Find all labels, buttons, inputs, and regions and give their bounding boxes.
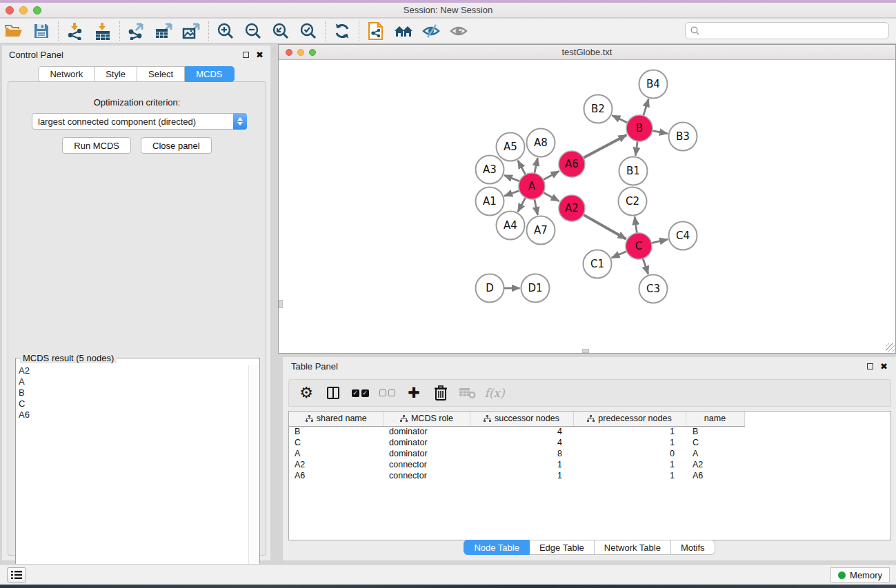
save-session-button[interactable] [28, 20, 55, 42]
control-panel-title: Control Panel [9, 50, 63, 60]
refresh-button[interactable] [328, 20, 356, 42]
zoom-fit-icon [272, 22, 290, 40]
table-row[interactable]: Adominator80A [289, 448, 744, 459]
graph-edge[interactable] [612, 116, 627, 123]
close-panel-button[interactable]: Close panel [141, 137, 212, 154]
run-mcds-button[interactable]: Run MCDS [62, 137, 131, 154]
graph-edge[interactable] [651, 239, 668, 243]
hide-selected-button[interactable] [417, 20, 445, 42]
network-graph[interactable]: B4B2BB3A8A5A6A3B1AA1C2A2A4A7C4CC1DC3D1 [279, 60, 895, 353]
graph-node-label: A3 [483, 163, 497, 176]
refresh-icon [333, 22, 351, 40]
add-column-button[interactable]: ✚ [404, 383, 424, 403]
graph-edge[interactable] [612, 252, 627, 258]
export-table-button[interactable] [150, 20, 178, 42]
tree-icon [400, 415, 408, 422]
table-row[interactable]: Cdominator41C [289, 437, 744, 448]
graph-edge[interactable] [544, 171, 559, 180]
select-all-button[interactable]: ✓✓ [350, 383, 370, 403]
open-session-button[interactable] [0, 20, 28, 42]
graph-edge[interactable] [518, 198, 526, 212]
column-header-shared-name[interactable]: shared name [289, 412, 384, 426]
graph-edge[interactable] [644, 99, 649, 115]
table-row[interactable]: Bdominator41B [289, 426, 744, 437]
search-input[interactable] [699, 23, 888, 38]
graph-edge[interactable] [544, 192, 559, 201]
deselect-all-button[interactable] [377, 383, 397, 403]
export-image-button[interactable] [178, 20, 206, 42]
graph-edge[interactable] [504, 190, 519, 196]
zoom-selected-button[interactable] [295, 20, 322, 42]
criterion-select[interactable]: largest connected component (directed) [32, 113, 247, 130]
tab-mcds[interactable]: MCDS [185, 66, 234, 82]
graph-edge[interactable] [535, 199, 538, 215]
graph-node-label: D [486, 282, 494, 294]
open-session-file-button[interactable] [362, 20, 390, 42]
result-item[interactable]: B [17, 387, 247, 398]
canvas-hscroll-thumb[interactable] [582, 349, 589, 353]
delete-table-button[interactable] [457, 383, 478, 403]
tab-motifs[interactable]: Motifs [671, 540, 715, 555]
status-bar: Memory [0, 564, 896, 585]
mcds-result-title: MCDS result (5 nodes) [20, 353, 117, 363]
column-header-successor-nodes[interactable]: successor nodes [470, 412, 573, 426]
tab-style[interactable]: Style [94, 66, 137, 82]
home-button[interactable] [390, 20, 417, 42]
graph-edge[interactable] [504, 175, 519, 181]
show-all-button[interactable] [445, 20, 472, 42]
network-canvas[interactable]: B4B2BB3A8A5A6A3B1AA1C2A2A4A7C4CC1DC3D1 [279, 60, 895, 353]
show-log-button[interactable] [7, 567, 26, 582]
result-item[interactable]: C [17, 398, 247, 409]
memory-button[interactable]: Memory [830, 567, 890, 582]
graph-edge[interactable] [653, 131, 668, 134]
zoom-in-button[interactable] [212, 20, 239, 42]
result-item[interactable]: A [17, 376, 247, 387]
result-scrollbar[interactable] [248, 365, 259, 588]
graph-edge[interactable] [635, 141, 637, 156]
table-row[interactable]: A6connector11A6 [289, 470, 744, 481]
tab-network-table[interactable]: Network Table [595, 540, 671, 555]
import-network-button[interactable] [61, 20, 89, 42]
result-item[interactable]: A6 [17, 409, 247, 420]
result-item[interactable]: A2 [17, 365, 247, 376]
delete-table-icon [459, 387, 476, 399]
column-header-mcds-role[interactable]: MCDS role [384, 412, 470, 426]
search-field[interactable] [685, 22, 889, 39]
table-row[interactable]: A2connector11A2 [289, 459, 744, 470]
table-settings-button[interactable]: ⚙ [296, 383, 317, 403]
window-resize-grip[interactable] [886, 343, 895, 352]
close-panel-icon[interactable]: ✖ [256, 52, 263, 58]
tree-icon [306, 415, 313, 422]
canvas-vscroll-thumb[interactable] [279, 300, 283, 308]
graph-edge[interactable] [635, 216, 637, 233]
graph-edge[interactable] [584, 214, 626, 239]
export-network-button[interactable] [123, 20, 150, 42]
tab-edge-table[interactable]: Edge Table [530, 540, 595, 555]
criterion-selected-value: largest connected component (directed) [32, 116, 233, 127]
tab-network[interactable]: Network [38, 66, 94, 82]
import-table-button[interactable] [89, 20, 117, 42]
table-panel-title: Table Panel [291, 361, 338, 372]
float-table-panel-icon[interactable] [867, 363, 873, 369]
trash-icon [434, 385, 448, 401]
split-panel-button[interactable] [323, 383, 344, 403]
toolbar-separator [58, 21, 59, 41]
graph-edge[interactable] [643, 258, 648, 274]
graph-node-label: A5 [504, 141, 517, 153]
tab-node-table[interactable]: Node Table [464, 540, 530, 555]
tab-select[interactable]: Select [137, 66, 185, 82]
close-table-panel-icon[interactable]: ✖ [880, 363, 888, 369]
column-header-predecessor-nodes[interactable]: predecessor nodes [573, 412, 686, 426]
zoom-out-button[interactable] [239, 20, 267, 42]
split-panel-icon [327, 387, 339, 399]
graph-edge[interactable] [584, 135, 627, 158]
zoom-fit-button[interactable] [267, 20, 295, 42]
column-header-name[interactable]: name [686, 412, 744, 426]
unchecked-boxes-icon [379, 389, 395, 396]
float-panel-icon[interactable] [243, 52, 249, 58]
network-window-titlebar[interactable]: testGlobe.txt [279, 45, 895, 60]
graph-edge[interactable] [518, 161, 526, 175]
delete-columns-button[interactable] [430, 383, 451, 403]
graph-edge[interactable] [535, 158, 538, 173]
function-builder-button[interactable]: f(x) [484, 383, 505, 403]
